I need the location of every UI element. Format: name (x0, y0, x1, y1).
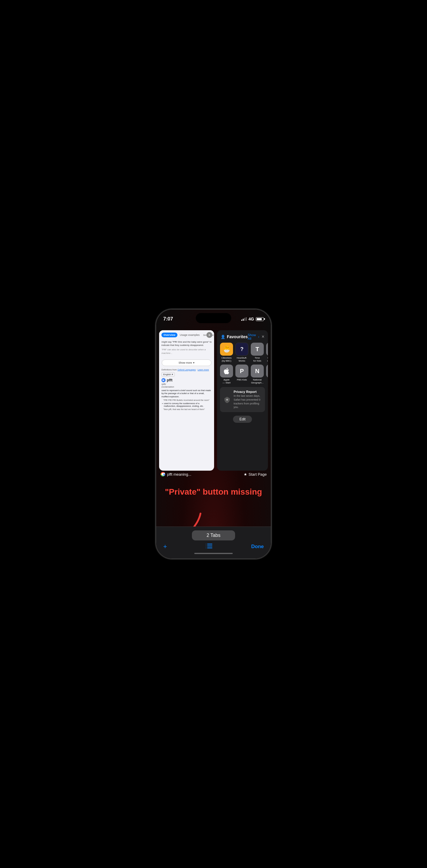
signal-icon (241, 317, 247, 321)
definitions-section: Definitions from Oxford Languages · Lear… (159, 367, 214, 413)
bullet-definition: used to convey the suddenness of a malfu… (164, 402, 212, 407)
done-button[interactable]: Done (251, 544, 264, 550)
fav-cbeebies-icon: 🐣 (220, 343, 233, 355)
search-tab-label: pfft meaning... (167, 472, 191, 476)
fav-natgeo-icon: N (251, 365, 264, 377)
bottom-bar: 2 Tabs + Done (156, 527, 271, 558)
fav-cbeebies-label: CBeebies(by BBC) (221, 356, 232, 362)
source-line: Definitions from Oxford Languages · Lear… (161, 368, 212, 371)
list-icon (206, 544, 212, 549)
show-more-label: Show more (179, 361, 192, 364)
home-indicator (194, 553, 233, 554)
star-icon: ★ (244, 472, 247, 476)
fav-timeforkids-label: Timefor Kids (253, 356, 261, 362)
word-title: pfft (167, 378, 173, 382)
fav-natgeo[interactable]: N NationalGeograph... (251, 365, 264, 384)
privacy-shield-icon (223, 396, 231, 404)
tab-label-search: pfft meaning... (160, 471, 191, 477)
tab-usage[interactable]: Usage examples (179, 333, 201, 337)
tab-overview[interactable]: Overview (161, 333, 177, 337)
fav-apple-icon (220, 365, 233, 377)
fav-howstuffworks-label: HowStuff-Works (237, 356, 247, 362)
definition-1: used to represent a brief sound such as … (161, 389, 212, 399)
card-body: might say "Pfft! She and the baby were g… (159, 339, 214, 358)
fav-scholastic-icon: S (266, 365, 268, 377)
edit-btn-row: Edit (217, 414, 268, 425)
close-start-page-button[interactable]: × (262, 334, 264, 339)
fav-pbskids[interactable]: P PBS Kids (235, 365, 248, 384)
network-label: 4G (248, 317, 254, 321)
bullet-example: "then pfft, that was the last we heard o… (163, 408, 212, 410)
fav-pbskids-label: PBS Kids (237, 378, 247, 381)
fav-howstuffworks-icon: ? (235, 343, 248, 355)
bottom-actions: + Done (156, 541, 271, 553)
svg-point-7 (206, 545, 207, 546)
word-part-of-speech: exclamation (161, 385, 212, 388)
fav-smithsonian[interactable]: S Smithson-ian Instit... (266, 343, 268, 362)
new-tab-button[interactable]: + (163, 543, 167, 551)
annotation-text: "Private" button missing (159, 487, 268, 497)
tab-card-startpage[interactable]: 👤 Favourites Show All › × 🐣 CBeebies(by … (217, 330, 268, 471)
fav-scholastic[interactable]: S Scholas-tic.com (266, 365, 268, 384)
chevron-right-icon: › (258, 335, 260, 339)
svg-point-6 (206, 544, 207, 545)
favourites-grid: 🐣 CBeebies(by BBC) ? HowStuff-Works T Ti… (217, 343, 268, 387)
oxford-link[interactable]: Oxford Languages (177, 368, 196, 371)
svg-point-8 (206, 547, 207, 549)
tabs-counter-button[interactable]: 2 Tabs (192, 530, 235, 540)
privacy-text: In the last seven days, Safari has preve… (234, 394, 262, 409)
privacy-report: Privacy Report In the last seven days, S… (220, 387, 265, 412)
word-phonetic: /pfft/ (161, 383, 212, 385)
fav-cbeebies[interactable]: 🐣 CBeebies(by BBC) (220, 343, 233, 362)
close-tab-button[interactable]: × (206, 332, 212, 338)
start-page-header: 👤 Favourites Show All › × (217, 330, 268, 343)
svg-point-0 (226, 399, 228, 401)
privacy-title: Privacy Report (234, 390, 262, 394)
fav-pbskids-icon: P (235, 365, 248, 377)
tab-card-search[interactable]: Overview Usage examples Similar and opp.… (159, 330, 214, 471)
dynamic-island (196, 313, 231, 323)
chevron-down-icon: ▾ (193, 361, 194, 364)
word-header: ▶ pfft (161, 378, 212, 382)
tabs-row: 2 Tabs (156, 527, 271, 541)
startpage-label: Start Page (249, 472, 267, 476)
battery-icon (256, 317, 264, 321)
status-right: 4G (241, 317, 264, 321)
tab-label-startpage: ★ Start Page (244, 471, 267, 477)
italic-text: "Pfft" can also be used to describe when… (161, 348, 212, 354)
chevron-down-icon: ▾ (172, 373, 173, 376)
edit-button[interactable]: Edit (233, 416, 252, 423)
show-all-button[interactable]: Show All › (248, 333, 260, 340)
language-selector[interactable]: English ▾ (161, 372, 175, 377)
tab-labels: pfft meaning... ★ Start Page (156, 471, 271, 477)
fav-natgeo-label: NationalGeograph... (251, 378, 264, 384)
fav-apple-start[interactable]: Apple— Start (220, 365, 233, 384)
status-time: 7:07 (163, 316, 173, 322)
tabs-area: Overview Usage examples Similar and opp.… (156, 327, 271, 558)
person-icon: 👤 (221, 335, 225, 339)
learn-more-link[interactable]: Learn more (197, 368, 209, 371)
fav-smithsonian-label: Smithson-ian Instit... (267, 356, 268, 362)
google-icon (160, 471, 165, 477)
annotation-area: "Private" button missing (156, 487, 271, 497)
fav-smithsonian-icon: S (266, 343, 268, 355)
audio-button[interactable]: ▶ (161, 378, 165, 382)
language-label: English (163, 373, 171, 376)
show-more-button[interactable]: Show more ▾ (162, 360, 211, 366)
favourites-title: 👤 Favourites (221, 334, 248, 339)
fav-timeforkids[interactable]: T Timefor Kids (251, 343, 264, 362)
fav-timeforkids-icon: T (251, 343, 264, 355)
example-1: "Pfft! Pfft! Pfft! Bullets ricocheted ar… (163, 399, 212, 401)
fav-apple-label: Apple— Start (222, 378, 231, 384)
fav-howstuffworks[interactable]: ? HowStuff-Works (235, 343, 248, 362)
phone-frame: 7:07 4G Overview Usage examples Similar … (156, 309, 271, 559)
tab-list-button[interactable] (206, 544, 212, 550)
body-text: might say "Pfft! She and the baby were g… (161, 340, 212, 347)
card-tab-bar: Overview Usage examples Similar and opp.… (159, 330, 214, 339)
